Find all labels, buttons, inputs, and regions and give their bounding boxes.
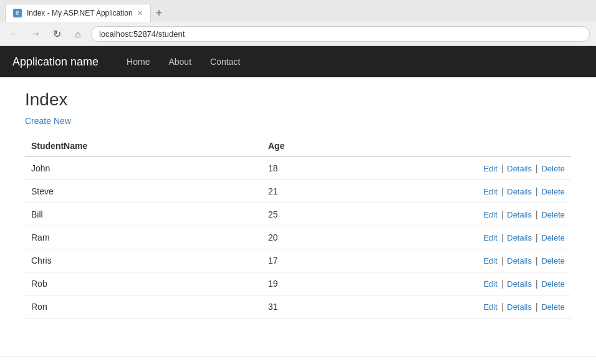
nav-item-about: About (159, 48, 201, 75)
table-header: StudentName Age (25, 136, 571, 156)
cell-actions: Edit | Details | Delete (355, 249, 571, 272)
cell-student-name: Steve (25, 180, 262, 203)
table-row: Ram20Edit | Details | Delete (25, 226, 571, 249)
nav-link-home[interactable]: Home (117, 48, 159, 75)
edit-link[interactable]: Edit (483, 279, 497, 289)
cell-actions: Edit | Details | Delete (355, 226, 571, 249)
details-link[interactable]: Details (507, 187, 532, 196)
cell-student-age: 20 (262, 226, 355, 249)
separator: | (499, 186, 506, 196)
details-link[interactable]: Details (507, 210, 532, 219)
edit-link[interactable]: Edit (483, 302, 497, 312)
separator: | (499, 163, 506, 173)
cell-student-age: 17 (262, 249, 355, 272)
nav-item-contact: Contact (201, 48, 249, 75)
cell-student-name: John (25, 156, 262, 180)
cell-student-name: Rob (25, 272, 262, 295)
table-body: John18Edit | Details | DeleteSteve21Edit… (25, 156, 571, 318)
details-link[interactable]: Details (507, 279, 532, 289)
delete-link[interactable]: Delete (541, 210, 565, 219)
students-table: StudentName Age John18Edit | Details | D… (25, 136, 571, 318)
col-header-name: StudentName (25, 136, 262, 156)
cell-student-age: 19 (262, 272, 355, 295)
details-link[interactable]: Details (507, 256, 532, 266)
separator: | (533, 209, 540, 219)
separator: | (499, 232, 506, 242)
edit-link[interactable]: Edit (483, 210, 497, 219)
cell-actions: Edit | Details | Delete (355, 203, 571, 226)
separator: | (533, 186, 540, 196)
cell-student-age: 21 (262, 180, 355, 203)
details-link[interactable]: Details (507, 302, 532, 312)
page-title: Index (25, 90, 571, 110)
delete-link[interactable]: Delete (541, 302, 565, 312)
home-button[interactable]: ⌂ (70, 26, 86, 42)
edit-link[interactable]: Edit (483, 233, 497, 242)
delete-link[interactable]: Delete (541, 187, 565, 196)
cell-student-name: Ron (25, 295, 262, 318)
address-bar: ← → ↻ ⌂ (0, 22, 596, 46)
footer: © 2020 - My ASP.NET Application Tutorial… (0, 356, 596, 364)
nav-item-home: Home (117, 48, 159, 75)
tab-favicon: e (13, 9, 22, 17)
tab-close-button[interactable]: × (138, 8, 143, 18)
table-row: Rob19Edit | Details | Delete (25, 272, 571, 295)
navbar-nav: Home About Contact (117, 48, 249, 75)
tab-bar: e Index - My ASP.NET Application × + (0, 0, 596, 22)
separator: | (533, 256, 540, 266)
table-row: John18Edit | Details | Delete (25, 156, 571, 180)
edit-link[interactable]: Edit (483, 164, 497, 173)
cell-student-name: Bill (25, 203, 262, 226)
navbar-brand[interactable]: Application name (12, 55, 99, 69)
separator: | (533, 302, 540, 312)
cell-student-age: 25 (262, 203, 355, 226)
edit-link[interactable]: Edit (483, 256, 497, 266)
separator: | (533, 163, 540, 173)
separator: | (499, 209, 506, 219)
nav-link-contact[interactable]: Contact (201, 48, 249, 75)
reload-button[interactable]: ↻ (49, 26, 65, 42)
separator: | (499, 279, 506, 289)
back-button[interactable]: ← (6, 26, 22, 42)
nav-link-about[interactable]: About (159, 48, 201, 75)
separator: | (499, 302, 506, 312)
delete-link[interactable]: Delete (541, 164, 565, 173)
delete-link[interactable]: Delete (541, 256, 565, 266)
details-link[interactable]: Details (507, 164, 532, 173)
delete-link[interactable]: Delete (541, 233, 565, 242)
url-input[interactable] (91, 26, 590, 42)
cell-actions: Edit | Details | Delete (355, 156, 571, 180)
forward-button[interactable]: → (27, 26, 44, 42)
cell-actions: Edit | Details | Delete (355, 272, 571, 295)
edit-link[interactable]: Edit (483, 187, 497, 196)
browser-chrome: e Index - My ASP.NET Application × + ← →… (0, 0, 596, 46)
main-content: Index Create New StudentName Age John18E… (0, 77, 596, 331)
details-link[interactable]: Details (507, 233, 532, 242)
col-header-actions (355, 136, 571, 156)
delete-link[interactable]: Delete (541, 279, 565, 289)
tab-title: Index - My ASP.NET Application (27, 9, 133, 17)
cell-student-name: Ram (25, 226, 262, 249)
create-new-link[interactable]: Create New (25, 116, 71, 126)
table-row: Bill25Edit | Details | Delete (25, 203, 571, 226)
separator: | (499, 256, 506, 266)
separator: | (533, 232, 540, 242)
table-row: Ron31Edit | Details | Delete (25, 295, 571, 318)
cell-student-age: 31 (262, 295, 355, 318)
navbar: Application name Home About Contact (0, 46, 596, 77)
browser-tab[interactable]: e Index - My ASP.NET Application × (5, 4, 151, 22)
separator: | (533, 279, 540, 289)
table-row: Chris17Edit | Details | Delete (25, 249, 571, 272)
cell-student-name: Chris (25, 249, 262, 272)
cell-actions: Edit | Details | Delete (355, 180, 571, 203)
cell-student-age: 18 (262, 156, 355, 180)
table-row: Steve21Edit | Details | Delete (25, 180, 571, 203)
new-tab-button[interactable]: + (151, 7, 168, 19)
cell-actions: Edit | Details | Delete (355, 295, 571, 318)
col-header-age: Age (262, 136, 355, 156)
